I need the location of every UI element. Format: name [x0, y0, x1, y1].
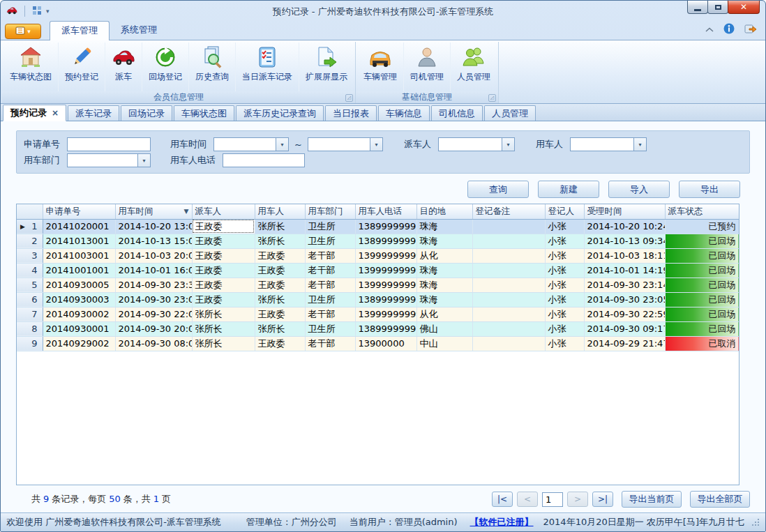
cell[interactable]: 1389999999: [355, 219, 416, 234]
use-time-from-combo[interactable]: ▾: [213, 137, 289, 151]
cell[interactable]: 王政委: [255, 263, 305, 278]
app-menu-button[interactable]: ▾: [5, 24, 41, 39]
col-accept-time[interactable]: 受理时间: [584, 204, 665, 219]
cell[interactable]: 20140930001: [43, 321, 115, 336]
cell[interactable]: 从化: [416, 248, 472, 263]
table-row[interactable]: ▶1 20141020001 2014-10-20 13:00 王政委 张所长 …: [17, 219, 739, 234]
tab-staff-manage[interactable]: 人员管理: [484, 105, 536, 121]
cell[interactable]: 20140930005: [43, 278, 115, 292]
cell[interactable]: 20141001001: [43, 263, 115, 278]
cell[interactable]: 老干部: [305, 263, 355, 278]
cell[interactable]: 2014-10-03 20:00: [115, 248, 192, 263]
cell[interactable]: 王政委: [255, 248, 305, 263]
cell[interactable]: 2014-09-30 22:00: [115, 307, 192, 321]
cell[interactable]: 小张: [545, 292, 584, 307]
table-row[interactable]: 8 20140930001 2014-09-30 20:00 张所长 张所长 卫…: [17, 321, 739, 336]
tab-dispatch-records[interactable]: 派车记录: [68, 105, 119, 121]
col-destination[interactable]: 目的地: [416, 204, 472, 219]
status-cell[interactable]: 已回场: [665, 292, 739, 307]
dialog-launcher-icon[interactable]: ◿: [345, 94, 353, 102]
cell[interactable]: 珠海: [416, 278, 472, 292]
next-page-button[interactable]: >: [567, 492, 588, 507]
table-row[interactable]: 2 20141013001 2014-10-13 15:00 王政委 张所长 卫…: [17, 234, 739, 248]
ribbon-item-extended-screen[interactable]: 扩展屏显示: [299, 43, 354, 91]
cell[interactable]: 小张: [545, 278, 584, 292]
cell[interactable]: 2014-10-01 16:00: [115, 263, 192, 278]
dropdown-arrow-icon[interactable]: ▾: [634, 137, 647, 151]
cell[interactable]: [472, 321, 545, 336]
cell[interactable]: 1389999999: [355, 234, 416, 248]
cell[interactable]: 张所长: [192, 307, 255, 321]
cell[interactable]: 2014-09-30 23:14: [584, 278, 665, 292]
cell[interactable]: 小张: [545, 219, 584, 234]
cell[interactable]: 王政委: [255, 307, 305, 321]
cell[interactable]: 张所长: [192, 336, 255, 351]
cell[interactable]: 13900000: [355, 336, 416, 351]
cell[interactable]: 20141020001: [43, 219, 115, 234]
cell[interactable]: 13999999999: [355, 263, 416, 278]
table-row[interactable]: 4 20141001001 2014-10-01 16:00 王政委 王政委 老…: [17, 263, 739, 278]
cell[interactable]: 小张: [545, 307, 584, 321]
ribbon-item-history-query[interactable]: 历史查询: [189, 43, 236, 91]
cell[interactable]: 王政委: [192, 292, 255, 307]
cell[interactable]: 从化: [416, 307, 472, 321]
cell[interactable]: 1389999999: [355, 321, 416, 336]
tab-driver-info[interactable]: 司机信息: [431, 105, 483, 121]
dropdown-arrow-icon[interactable]: ▾: [276, 137, 289, 151]
cell[interactable]: 卫生所: [305, 234, 355, 248]
cell[interactable]: 2014-10-13 09:34: [584, 234, 665, 248]
status-cell[interactable]: 已回场: [665, 278, 739, 292]
cell[interactable]: 2014-09-30 22:59: [584, 307, 665, 321]
col-user[interactable]: 用车人: [255, 204, 305, 219]
status-cell[interactable]: 已取消: [665, 336, 739, 351]
cell[interactable]: 20141003001: [43, 248, 115, 263]
cell[interactable]: 2014-10-20 13:00: [115, 219, 192, 234]
cell[interactable]: 13999999999: [355, 278, 416, 292]
cell[interactable]: 20140930002: [43, 307, 115, 321]
last-page-button[interactable]: >|: [592, 492, 613, 507]
tab-return-records[interactable]: 回场记录: [121, 105, 172, 121]
cell[interactable]: 2014-09-30 23:00: [115, 292, 192, 307]
cell[interactable]: 2014-09-30 20:00: [115, 321, 192, 336]
cell[interactable]: [472, 336, 545, 351]
focused-cell[interactable]: 王政委: [192, 219, 255, 234]
ribbon-tab-system[interactable]: 系统管理: [110, 21, 168, 40]
cell[interactable]: 2014-10-03 18:11: [584, 248, 665, 263]
cell[interactable]: 2014-09-30 23:30: [115, 278, 192, 292]
cell[interactable]: 珠海: [416, 263, 472, 278]
ribbon-item-reservation-register[interactable]: 预约登记: [59, 43, 105, 91]
cell[interactable]: 老干部: [305, 307, 355, 321]
dialog-launcher-icon[interactable]: ◿: [488, 94, 496, 102]
cell[interactable]: [472, 278, 545, 292]
col-remark[interactable]: 登记备注: [472, 204, 545, 219]
exit-icon[interactable]: [744, 23, 757, 36]
use-time-to-combo[interactable]: ▾: [308, 137, 383, 151]
cell[interactable]: [472, 248, 545, 263]
phone-input[interactable]: [223, 153, 305, 167]
ribbon-item-staff-manage[interactable]: 人员管理: [451, 43, 497, 91]
dispatcher-combo[interactable]: ▾: [438, 137, 515, 151]
cell[interactable]: 2014-09-30 23:05: [584, 292, 665, 307]
minimize-button[interactable]: [687, 1, 708, 14]
cell[interactable]: 老干部: [305, 336, 355, 351]
prev-page-button[interactable]: <: [517, 492, 538, 507]
cell[interactable]: 小张: [545, 336, 584, 351]
quick-access-layout-icon[interactable]: [32, 6, 42, 17]
cell[interactable]: 20141013001: [43, 234, 115, 248]
page-input[interactable]: [542, 492, 563, 507]
cell[interactable]: 王政委: [255, 278, 305, 292]
cell[interactable]: 中山: [416, 336, 472, 351]
tab-close-icon[interactable]: ×: [52, 108, 59, 118]
cell[interactable]: 王政委: [192, 248, 255, 263]
table-row[interactable]: 5 20140930005 2014-09-30 23:30 王政委 王政委 老…: [17, 278, 739, 292]
cell[interactable]: 王政委: [255, 336, 305, 351]
cell[interactable]: 珠海: [416, 292, 472, 307]
table-row[interactable]: 9 20140929002 2014-09-30 08:00 张所长 王政委 老…: [17, 336, 739, 351]
col-phone[interactable]: 用车人电话: [355, 204, 416, 219]
export-button[interactable]: 导出: [679, 181, 740, 198]
col-status[interactable]: 派车状态: [665, 204, 739, 219]
request-no-input[interactable]: [67, 137, 151, 151]
cell[interactable]: 13999999999: [355, 307, 416, 321]
cell[interactable]: [472, 263, 545, 278]
cell[interactable]: 王政委: [192, 234, 255, 248]
